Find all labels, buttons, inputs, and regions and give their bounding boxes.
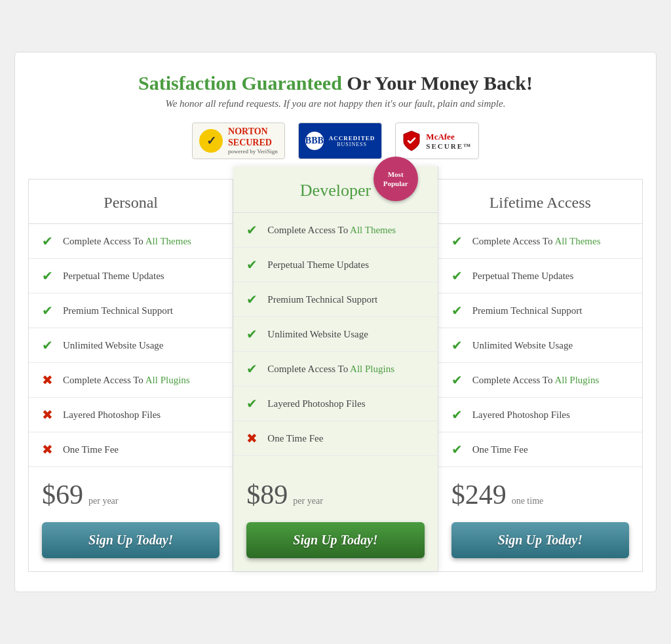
feature-support: ✔ Premium Technical Support: [438, 294, 642, 328]
cross-icon: ✖: [246, 430, 261, 446]
mcafee-shield-icon: [402, 130, 421, 152]
feature-usage: ✔ Unlimited Website Usage: [233, 317, 437, 352]
feature-updates: ✔ Perpetual Theme Updates: [233, 248, 437, 282]
feature-plugins: ✔ Complete Access To All Plugins: [233, 352, 437, 387]
feature-text: Unlimited Website Usage: [63, 340, 164, 351]
feature-text: One Time Fee: [267, 433, 323, 444]
feature-usage: ✔ Unlimited Website Usage: [438, 328, 642, 363]
feature-text: Perpetual Theme Updates: [472, 271, 574, 282]
pricing-table: Personal ✔ Complete Access To All Themes…: [28, 179, 643, 572]
heading-green: Satisfaction Guaranteed: [138, 72, 342, 94]
feature-support: ✔ Premium Technical Support: [29, 294, 233, 328]
cross-icon: ✖: [42, 407, 56, 423]
price-amount: $69: [42, 480, 83, 510]
mcafee-name: McAfee: [426, 132, 472, 142]
feature-onetime: ✖ One Time Fee: [29, 432, 233, 467]
feature-plugins: ✖ Complete Access To All Plugins: [29, 363, 233, 398]
check-icon: ✔: [451, 337, 466, 353]
feature-text: Premium Technical Support: [472, 305, 583, 316]
feature-text: Unlimited Website Usage: [472, 340, 573, 351]
subtitle: We honor all refund requests. If you are…: [28, 98, 643, 109]
price-period: one time: [512, 496, 544, 506]
price-amount: $249: [451, 480, 507, 510]
feature-text: Perpetual Theme Updates: [267, 259, 369, 271]
bbb-icon: BBB: [305, 132, 324, 150]
feature-text: Layered Photoshop Files: [472, 409, 570, 421]
feature-themes: ✔ Complete Access To All Themes: [438, 224, 642, 259]
plan-lifetime-header: Lifetime Access: [438, 180, 642, 224]
feature-text: Complete Access To All Plugins: [267, 364, 394, 375]
check-icon: ✔: [246, 222, 261, 238]
bbb-business: BUSINESS: [329, 142, 375, 147]
check-icon: ✔: [42, 303, 56, 318]
bbb-badge: BBB ACCREDITED BUSINESS: [298, 123, 383, 159]
feature-updates: ✔ Perpetual Theme Updates: [438, 259, 642, 294]
feature-photoshop: ✔ Layered Photoshop Files: [233, 387, 437, 421]
feature-text: Complete Access To All Themes: [63, 236, 191, 247]
plan-lifetime-name: Lifetime Access: [445, 194, 636, 212]
check-icon: ✔: [451, 407, 466, 423]
feature-themes: ✔ Complete Access To All Themes: [233, 213, 437, 248]
check-icon: ✔: [42, 337, 56, 353]
norton-powered: powered by VeriSign: [228, 148, 278, 155]
check-icon: ✔: [42, 268, 56, 284]
plan-personal-header: Personal: [29, 180, 233, 224]
price-section-personal: $69 per year: [29, 467, 233, 516]
feature-text: Perpetual Theme Updates: [63, 271, 164, 282]
check-icon: ✔: [42, 233, 56, 249]
check-icon: ✔: [451, 442, 466, 457]
check-icon: ✔: [246, 361, 261, 377]
feature-text: Layered Photoshop Files: [63, 409, 161, 421]
trust-badges: ✓ NORTONSECURED powered by VeriSign BBB …: [28, 123, 643, 159]
plan-personal-name: Personal: [35, 194, 226, 212]
signup-section-developer: Sign Up Today!: [233, 516, 437, 571]
signup-button-developer[interactable]: Sign Up Today!: [246, 522, 424, 558]
norton-badge: ✓ NORTONSECURED powered by VeriSign: [192, 123, 285, 159]
price-period: per year: [293, 496, 322, 506]
feature-text: Premium Technical Support: [267, 294, 377, 305]
feature-text: Complete Access To All Themes: [267, 225, 396, 236]
signup-button-lifetime[interactable]: Sign Up Today!: [451, 522, 629, 558]
check-icon: ✔: [246, 292, 261, 307]
feature-text: One Time Fee: [63, 444, 119, 455]
header-section: Satisfaction Guaranteed Or Your Money Ba…: [28, 72, 643, 109]
feature-onetime: ✔ One Time Fee: [438, 432, 642, 467]
signup-button-personal[interactable]: Sign Up Today!: [42, 522, 220, 558]
pricing-page: Satisfaction Guaranteed Or Your Money Ba…: [14, 52, 657, 592]
check-icon: ✔: [451, 303, 466, 318]
check-icon: ✔: [451, 268, 466, 284]
heading-black: Or Your Money Back!: [342, 72, 533, 94]
check-icon: ✔: [246, 326, 261, 342]
feature-text: Unlimited Website Usage: [267, 329, 368, 340]
feature-updates: ✔ Perpetual Theme Updates: [29, 259, 233, 294]
feature-usage: ✔ Unlimited Website Usage: [29, 328, 233, 363]
price-section-developer: $89 per year: [233, 467, 437, 516]
feature-plugins: ✔ Complete Access To All Plugins: [438, 363, 642, 398]
main-heading: Satisfaction Guaranteed Or Your Money Ba…: [28, 72, 643, 94]
plan-personal: Personal ✔ Complete Access To All Themes…: [29, 180, 233, 571]
plan-lifetime: Lifetime Access ✔ Complete Access To All…: [438, 180, 642, 571]
signup-section-lifetime: Sign Up Today!: [438, 516, 642, 571]
feature-text: Complete Access To All Plugins: [472, 375, 600, 386]
norton-check-icon: ✓: [199, 129, 223, 153]
cross-icon: ✖: [42, 372, 56, 388]
bbb-accredited: ACCREDITED: [329, 135, 375, 142]
feature-photoshop: ✖ Layered Photoshop Files: [29, 398, 233, 432]
plan-developer: Most Popular Developer ✔ Complete Access…: [233, 166, 438, 571]
signup-section-personal: Sign Up Today!: [29, 516, 233, 571]
check-icon: ✔: [246, 257, 261, 273]
price-period: per year: [88, 496, 118, 506]
most-popular-badge: Most Popular: [374, 157, 418, 201]
mcafee-badge: McAfee SECURE™: [395, 123, 479, 159]
price-amount: $89: [246, 480, 288, 510]
feature-text: Complete Access To All Plugins: [63, 375, 190, 386]
feature-text: Layered Photoshop Files: [267, 398, 365, 409]
check-icon: ✔: [246, 396, 261, 411]
feature-text: Premium Technical Support: [63, 305, 173, 316]
check-icon: ✔: [451, 372, 466, 388]
feature-text: Complete Access To All Themes: [472, 236, 601, 247]
feature-support: ✔ Premium Technical Support: [233, 282, 437, 317]
feature-photoshop: ✔ Layered Photoshop Files: [438, 398, 642, 432]
feature-onetime: ✖ One Time Fee: [233, 421, 437, 456]
norton-name: NORTONSECURED: [228, 126, 278, 149]
